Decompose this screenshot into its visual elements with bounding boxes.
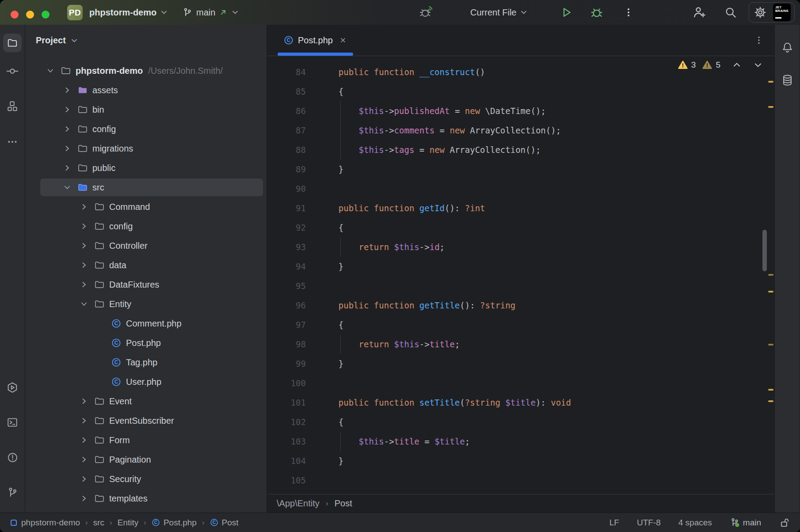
chevron-right-icon[interactable] [80,280,88,289]
tree-expand-toggle[interactable] [61,163,74,172]
tree-expand-toggle[interactable] [77,436,91,445]
chevron-down-icon[interactable] [46,66,55,75]
tree-item-datafixtures[interactable]: DataFixtures [25,275,267,294]
tree-expand-toggle[interactable] [77,494,91,503]
run-button[interactable] [560,0,573,25]
toolwindow-database-button[interactable] [778,71,796,89]
chevron-down-icon[interactable] [80,300,88,308]
line-number[interactable]: 105 [267,475,306,485]
error-stripe-mark[interactable] [768,400,773,402]
code-line-103[interactable]: 103 $this->title = $title; [267,432,774,451]
more-actions-button[interactable] [623,0,634,25]
error-stripe-mark[interactable] [768,344,773,346]
git-branch-widget[interactable]: main [730,517,761,528]
line-number[interactable]: 92 [267,223,306,232]
line-number[interactable]: 96 [267,300,306,310]
line-number[interactable]: 99 [267,359,306,369]
chevron-right-icon[interactable] [63,144,72,153]
chevron-right-icon[interactable] [80,416,88,425]
statusbar-crumb-post-php[interactable]: CPost.php [152,518,197,528]
tree-item-entity[interactable]: Entity [25,294,267,314]
error-stripe-mark[interactable] [768,274,773,276]
chevron-right-icon[interactable] [80,222,88,231]
tree-item-comment-php[interactable]: CComment.php [25,314,267,333]
chevron-right-icon[interactable] [63,163,72,172]
code-line-87[interactable]: 87 $this->comments = new ArrayCollection… [267,121,774,140]
weak-warnings-indicator[interactable]: 5 [702,60,720,70]
tree-item-phpstorm-demo[interactable]: phpstorm-demo/Users/John.Smith/ [25,61,267,80]
chevron-right-icon[interactable] [80,261,88,270]
line-number[interactable]: 101 [267,398,306,407]
chevron-right-icon[interactable] [80,494,88,503]
debug-button[interactable] [590,0,604,25]
code-line-104[interactable]: 104 } [267,451,774,471]
line-number[interactable]: 89 [267,164,306,174]
line-number[interactable]: 85 [267,87,306,96]
code-line-105[interactable]: 105 [267,471,774,490]
tree-item-eventsubscriber[interactable]: EventSubscriber [25,411,267,430]
tree-expand-toggle[interactable] [77,202,91,211]
statusbar-crumb-post[interactable]: CPost [210,518,239,528]
code-editor[interactable]: 84 public function __construct()85 {86 $… [267,56,774,494]
code-line-89[interactable]: 89 } [267,160,774,179]
tree-expand-toggle[interactable] [77,416,91,425]
tab-close-button[interactable] [339,36,347,44]
code-line-98[interactable]: 98 return $this->title; [267,334,774,354]
tree-item-config[interactable]: config [25,119,267,139]
code-line-92[interactable]: 92 { [267,218,774,237]
tree-item-templates[interactable]: templates [25,489,267,508]
code-line-100[interactable]: 100 [267,373,774,393]
tree-item-form[interactable]: Form [25,430,267,450]
readonly-toggle[interactable] [779,517,790,528]
statusbar-crumb-entity[interactable]: Entity [118,518,139,528]
chevron-right-icon[interactable] [80,436,88,445]
tree-item-command[interactable]: Command [25,197,267,217]
code-line-95[interactable]: 95 [267,276,774,296]
line-number[interactable]: 90 [267,184,306,194]
chevron-right-icon[interactable] [63,86,72,95]
encoding-widget[interactable]: UTF-8 [637,518,661,528]
line-number[interactable]: 98 [267,339,306,349]
code-line-94[interactable]: 94 } [267,257,774,276]
code-line-88[interactable]: 88 $this->tags = new ArrayCollection(); [267,140,774,160]
statusbar-crumb-src[interactable]: src [93,518,104,528]
line-number[interactable]: 104 [267,456,306,466]
toolwindow-commit-button[interactable] [3,62,22,80]
chevron-right-icon[interactable] [80,475,88,483]
toolwindow-structure-button[interactable] [3,97,22,115]
tree-item-data[interactable]: data [25,255,267,275]
tree-item-config[interactable]: config [25,217,267,236]
profiler-button[interactable] [418,0,435,25]
chevron-right-icon[interactable] [63,105,72,114]
tree-expand-toggle[interactable] [77,455,91,464]
error-stripe-mark[interactable] [768,106,773,108]
tree-expand-toggle[interactable] [61,144,74,153]
line-number[interactable]: 86 [267,106,306,116]
breadcrumb-namespace[interactable]: \App\Entity [277,498,320,509]
chevron-right-icon[interactable] [63,125,72,133]
line-number[interactable]: 103 [267,437,306,446]
tree-item-security[interactable]: Security [25,469,267,489]
tree-item-event[interactable]: Event [25,391,267,411]
chevron-right-icon[interactable] [80,202,88,211]
warnings-indicator[interactable]: 3 [678,60,696,70]
indent-widget[interactable]: 4 spaces [678,518,712,528]
previous-problem-button[interactable] [732,60,742,70]
tree-item-public[interactable]: public [25,158,267,178]
tree-item-assets[interactable]: assets [25,80,267,100]
tree-expand-toggle[interactable] [77,300,91,308]
code-with-me-button[interactable] [692,0,706,25]
error-stripe-mark[interactable] [768,291,773,293]
tree-expand-toggle[interactable] [61,86,74,95]
code-line-91[interactable]: 91 public function getId(): ?int [267,198,774,218]
close-window-button[interactable] [11,11,19,19]
line-number[interactable]: 95 [267,281,306,291]
search-everywhere-button[interactable] [724,0,737,25]
tree-expand-toggle[interactable] [44,66,57,75]
tree-expand-toggle[interactable] [77,261,91,270]
code-line-90[interactable]: 90 [267,179,774,198]
tab-post-php[interactable]: C Post.php [277,25,354,56]
code-line-99[interactable]: 99 } [267,354,774,373]
statusbar-crumb-phpstorm-demo[interactable]: phpstorm-demo [10,518,80,528]
code-line-93[interactable]: 93 return $this->id; [267,237,774,257]
